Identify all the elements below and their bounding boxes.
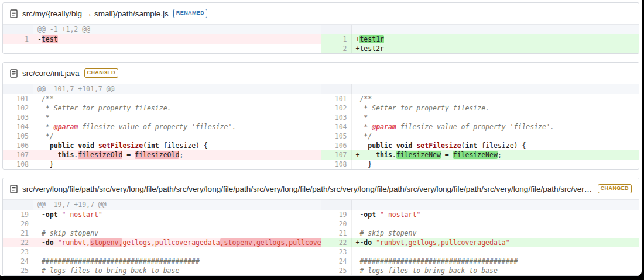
file-path: src/very/long/file/path/src/very/long/fi… (22, 185, 593, 193)
code-line: # skip stopenv (352, 229, 639, 238)
code-segment (94, 141, 98, 150)
code-segment: "-nostart" (380, 210, 420, 219)
line-number[interactable]: 20 (3, 219, 33, 229)
code-segment: public (368, 141, 392, 150)
code-segment: filesizeOld (135, 151, 179, 159)
hunk-header: @@ -19,7 +19,7 @@ (33, 200, 321, 210)
line-number[interactable]: 104 (3, 122, 33, 132)
line-number[interactable]: 21 (321, 229, 352, 238)
code-segment: int (465, 141, 478, 150)
line-number[interactable]: 103 (3, 113, 33, 122)
code-line (352, 219, 639, 229)
code-segment: + (356, 151, 376, 159)
code-line (33, 219, 321, 229)
code-segment: void (78, 141, 94, 150)
line-number[interactable]: 24 (3, 257, 33, 266)
code-segment: ; (179, 151, 183, 159)
code-segment: ####################################### (356, 257, 518, 265)
hunk-gutter (3, 25, 33, 34)
line-number[interactable]: 2 (321, 44, 352, 53)
hunk-gutter (321, 200, 352, 210)
code-segment: "runbvt, (58, 238, 90, 247)
code-segment: * (37, 123, 54, 131)
code-segment: * (37, 113, 50, 122)
code-line: ####################################### (352, 257, 639, 266)
line-number[interactable]: 22 (3, 238, 33, 247)
code-segment: @param (372, 123, 396, 131)
line-number[interactable]: 107 (3, 150, 33, 160)
hunk-header (352, 84, 639, 94)
line-number[interactable]: 108 (3, 160, 33, 169)
code-line: -test (33, 34, 321, 44)
line-number[interactable]: 101 (3, 94, 33, 103)
code-segment: -do (359, 238, 372, 247)
diff-grid: @@ -101,7 +101,7 @@101 /**101 /**102 * S… (3, 84, 639, 169)
line-number[interactable]: 106 (3, 141, 33, 150)
code-segment: * Setter for property filesize. (37, 104, 171, 112)
code-segment: - (37, 238, 42, 247)
code-segment: filesize) { (159, 141, 208, 150)
line-number[interactable]: 103 (321, 113, 352, 122)
code-segment: getlogs,pullcoveragedata (122, 238, 220, 247)
line-number[interactable]: 105 (321, 132, 352, 141)
line-number[interactable]: 108 (321, 160, 352, 169)
file-card: src/my/{really/big → small}/path/sample.… (2, 2, 639, 54)
code-segment: * (356, 113, 368, 122)
diff-page: src/my/{really/big → small}/path/sample.… (0, 0, 642, 276)
line-number[interactable]: 106 (321, 141, 352, 150)
line-number[interactable]: 104 (321, 122, 352, 132)
code-line: } (33, 160, 321, 169)
code-segment: @param (54, 123, 78, 131)
line-number[interactable]: 19 (3, 210, 33, 219)
code-segment: = (122, 151, 135, 159)
code-line: --do "runbvt,stopenv,getlogs,pullcoverag… (33, 238, 321, 247)
code-line: public void setFilesize(int filesize) { (352, 141, 639, 150)
code-line: +test1r (352, 34, 639, 44)
status-badge: RENAMED (173, 9, 207, 18)
line-number[interactable]: 23 (321, 247, 352, 257)
line-number[interactable]: 23 (3, 247, 33, 257)
line-number[interactable]: 102 (3, 103, 33, 113)
code-segment: test1r (359, 35, 384, 43)
code-segment: stopenv, (90, 238, 122, 247)
code-line: -opt "-nostart" (352, 210, 639, 219)
code-segment: test (42, 35, 58, 43)
code-segment: } (356, 160, 372, 168)
code-line (33, 247, 321, 257)
code-segment: -opt (42, 210, 58, 219)
line-number[interactable]: 105 (3, 132, 33, 141)
line-number (3, 44, 33, 53)
line-number[interactable]: 21 (3, 229, 33, 238)
line-number[interactable]: 22 (321, 238, 352, 247)
file-header: src/very/long/file/path/src/very/long/fi… (3, 178, 639, 200)
code-segment: "runbvt,getlogs,pullcoveragedata" (376, 238, 509, 247)
line-number[interactable]: 101 (321, 94, 352, 103)
code-segment: filesizeNew (396, 151, 441, 159)
code-segment: # logs files to bring back to base (356, 267, 498, 275)
hunk-gutter (321, 84, 352, 94)
code-segment (54, 238, 58, 247)
code-line: * @param filesize value of property 'fil… (352, 122, 639, 132)
line-number[interactable]: 102 (321, 103, 352, 113)
line-number[interactable]: 20 (321, 219, 352, 229)
line-number[interactable]: 107 (321, 150, 352, 160)
code-line: # skip stopenv (33, 229, 321, 238)
line-number[interactable]: 1 (3, 34, 33, 44)
code-segment: int (147, 141, 159, 150)
code-segment (37, 210, 42, 219)
hunk-gutter (3, 200, 33, 210)
line-number[interactable]: 25 (321, 266, 352, 275)
code-line: /** (33, 94, 321, 103)
line-number[interactable]: 25 (3, 266, 33, 275)
code-segment: ; (498, 151, 502, 159)
code-segment: * (356, 123, 372, 131)
hunk-header (352, 200, 639, 210)
line-number[interactable]: 24 (321, 257, 352, 266)
line-number[interactable]: 19 (321, 210, 352, 219)
code-segment: - (37, 35, 42, 43)
line-number[interactable]: 1 (321, 34, 352, 44)
code-segment: this (58, 151, 74, 159)
code-segment: . (392, 151, 396, 159)
file-card: src/very/long/file/path/src/very/long/fi… (2, 178, 639, 276)
code-segment: * Setter for property filesize. (356, 104, 489, 112)
